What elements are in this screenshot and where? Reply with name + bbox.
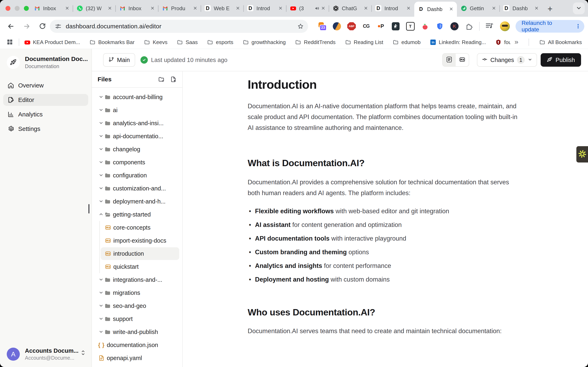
- close-tab-icon[interactable]: [321, 6, 326, 11]
- file-tree-item-openapi-yaml[interactable]: openapi.yaml: [92, 351, 182, 365]
- new-folder-button[interactable]: [158, 76, 164, 83]
- push-extension-icon[interactable]: P: [376, 22, 386, 31]
- file-tree-item-ai[interactable]: ai: [92, 104, 182, 117]
- all-bookmarks-button[interactable]: All Bookmarks: [539, 39, 582, 45]
- bookmark-growthhacking[interactable]: growthhacking: [243, 39, 286, 45]
- bookmark-linkedin-reading-[interactable]: inLinkedIn: Reading...: [430, 39, 486, 45]
- org-switcher[interactable]: Documentation Doc... Documentation: [7, 55, 89, 69]
- chevron-down-icon[interactable]: [98, 290, 104, 296]
- file-tree-item-quickstart[interactable]: quickstart: [92, 260, 182, 273]
- chevron-down-icon[interactable]: [98, 94, 104, 100]
- panel-resize-handle[interactable]: [88, 204, 89, 213]
- sidebar-item-editor[interactable]: Editor: [3, 94, 88, 106]
- sidebar-item-analytics[interactable]: Analytics: [3, 108, 88, 120]
- close-tab-icon[interactable]: [534, 6, 539, 11]
- chevron-down-icon[interactable]: [98, 146, 104, 152]
- minimize-window-button[interactable]: [15, 6, 20, 11]
- document-editor[interactable]: Introduction Documentation.AI is an AI-n…: [183, 71, 588, 367]
- view-mode-markdown-button[interactable]: [456, 54, 469, 66]
- bookmark-keevs[interactable]: Keevs: [144, 39, 167, 45]
- adblock-plus-extension-icon[interactable]: ABP: [347, 22, 356, 31]
- file-tree-item-api-documentatio-[interactable]: api-documentatio...: [92, 130, 182, 143]
- file-tree-item-import-existing-docs[interactable]: import-existing-docs: [92, 234, 182, 247]
- bookmarks-overflow-button[interactable]: »: [515, 38, 518, 47]
- close-window-button[interactable]: [6, 6, 10, 11]
- chevron-up-icon[interactable]: [98, 212, 104, 217]
- k-circle-extension-icon[interactable]: K: [450, 22, 459, 31]
- new-tab-button[interactable]: +: [544, 3, 556, 15]
- audio-speaker-icon[interactable]: [315, 6, 320, 11]
- close-tab-icon[interactable]: [492, 6, 497, 11]
- site-settings-icon[interactable]: [55, 23, 62, 30]
- browser-tab--32-w[interactable]: (32) W: [73, 0, 116, 17]
- publish-button[interactable]: Publish: [541, 53, 581, 67]
- reload-button[interactable]: [39, 22, 47, 30]
- bookmark-bookmarks-bar[interactable]: Bookmarks Bar: [89, 39, 135, 45]
- new-file-button[interactable]: [170, 76, 177, 83]
- bookmark-saas[interactable]: Saas: [177, 39, 198, 45]
- bookmark-star-icon[interactable]: [297, 23, 304, 30]
- bookmark-kea-product-dem-[interactable]: KEA Product Dem...: [24, 39, 80, 45]
- sidebar-item-settings[interactable]: Settings: [3, 123, 88, 135]
- browser-tab-introd[interactable]: D Introd: [372, 0, 414, 17]
- close-tab-icon[interactable]: [449, 7, 454, 12]
- close-tab-icon[interactable]: [107, 6, 113, 11]
- counter-23-extension-icon[interactable]: 23: [318, 22, 327, 31]
- file-tree-item-components[interactable]: components: [92, 156, 182, 169]
- file-tree-item-documentation-json[interactable]: { }documentation.json: [92, 338, 182, 351]
- chevron-down-icon[interactable]: [98, 107, 104, 113]
- chevron-down-icon[interactable]: [98, 133, 104, 139]
- close-tab-icon[interactable]: [193, 6, 198, 11]
- chevron-down-icon[interactable]: [98, 316, 104, 322]
- chevron-down-icon[interactable]: [98, 199, 104, 204]
- bookmark-edumob[interactable]: edumob: [393, 39, 421, 45]
- bookmark-esports[interactable]: esports: [207, 39, 233, 45]
- close-tab-icon[interactable]: [363, 6, 369, 11]
- browser-tab-introd[interactable]: D Introd: [243, 0, 286, 17]
- file-tree-item-migrations[interactable]: migrations: [92, 286, 182, 299]
- puzzle-extension-icon[interactable]: [465, 22, 474, 31]
- chevron-down-icon[interactable]: [98, 159, 104, 165]
- media-playlist-icon[interactable]: [485, 21, 495, 31]
- shield-extension-icon[interactable]: [435, 22, 444, 31]
- floating-assistant-button[interactable]: [576, 146, 588, 162]
- browser-tab--3[interactable]: (3: [286, 0, 329, 17]
- tab-search-button[interactable]: [573, 2, 585, 14]
- close-tab-icon[interactable]: [278, 6, 283, 11]
- strawberry-extension-icon[interactable]: [420, 22, 430, 31]
- close-tab-icon[interactable]: [235, 6, 241, 11]
- file-tree-item-seo-and-geo[interactable]: seo-and-geo: [92, 299, 182, 312]
- chevron-down-icon[interactable]: [98, 120, 104, 126]
- browser-tab-dashb[interactable]: D Dashb: [500, 0, 542, 17]
- forward-button[interactable]: [23, 22, 31, 30]
- relaunch-to-update-button[interactable]: Relaunch to update: [516, 20, 584, 33]
- chevron-down-icon[interactable]: [98, 185, 104, 191]
- file-tree-item-write-and-publish[interactable]: write-and-publish: [92, 325, 182, 338]
- chevron-down-icon[interactable]: [98, 303, 104, 309]
- file-tree-item-integrations-and-[interactable]: integrations-and-...: [92, 273, 182, 286]
- close-tab-icon[interactable]: [406, 6, 411, 11]
- browser-tab-chatg[interactable]: ChatG: [329, 0, 372, 17]
- profile-avatar[interactable]: [500, 21, 510, 31]
- file-tree-item-configuration[interactable]: configuration: [92, 169, 182, 182]
- back-button[interactable]: [7, 22, 15, 30]
- file-tree-item-introduction[interactable]: introduction: [92, 247, 182, 260]
- browser-tab-dashb[interactable]: D Dashb: [414, 2, 457, 17]
- file-tree-item-core-concepts[interactable]: core-concepts: [92, 221, 182, 234]
- view-mode-editor-button[interactable]: [443, 54, 456, 66]
- t-box-extension-icon[interactable]: T: [406, 22, 415, 31]
- chevron-down-icon[interactable]: [98, 329, 104, 335]
- file-tree-item-account-and-billing[interactable]: account-and-billing: [92, 91, 182, 104]
- close-tab-icon[interactable]: [150, 6, 155, 11]
- file-tree-item-customization-and-[interactable]: customization-and...: [92, 182, 182, 195]
- bookmark-reddittrends[interactable]: RedditTrends: [295, 39, 336, 45]
- close-tab-icon[interactable]: [65, 6, 70, 11]
- branch-button[interactable]: Main: [103, 53, 135, 67]
- browser-menu-icon[interactable]: [575, 23, 581, 30]
- chevron-down-icon[interactable]: [98, 173, 104, 178]
- address-bar[interactable]: dashboard.documentation.ai/editor: [50, 20, 308, 33]
- swirl-extension-icon[interactable]: [332, 22, 342, 31]
- file-tree-item-support[interactable]: support: [92, 312, 182, 325]
- browser-tab-inbox[interactable]: Inbox: [30, 0, 73, 17]
- chevron-down-icon[interactable]: [98, 277, 104, 283]
